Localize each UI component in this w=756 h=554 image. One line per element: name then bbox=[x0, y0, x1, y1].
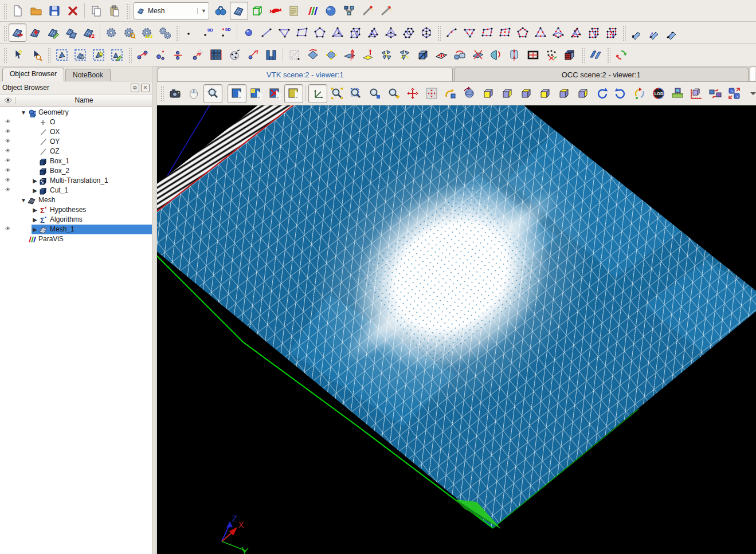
duplicate-nodes-button[interactable] bbox=[451, 46, 469, 64]
expander-closed-icon[interactable]: ▶ bbox=[32, 187, 38, 194]
add-quadratic-edge-button[interactable] bbox=[442, 23, 460, 42]
visibility-eye-icon[interactable] bbox=[0, 226, 15, 233]
rotate-anticlockwise-button[interactable] bbox=[611, 84, 630, 103]
symmetry-button[interactable]: ? bbox=[340, 46, 359, 64]
tab-vtk-viewer[interactable]: VTK scene:2 - viewer:1 bbox=[158, 68, 453, 81]
assign-0d-button[interactable]: 0D bbox=[217, 23, 234, 42]
view-presets-dropdown-button[interactable] bbox=[743, 84, 756, 103]
graduated-axes-button[interactable] bbox=[687, 84, 706, 103]
merge-elements-button[interactable] bbox=[152, 46, 170, 64]
mesh-module-button[interactable] bbox=[230, 2, 248, 20]
add-node-button[interactable] bbox=[240, 23, 257, 42]
tree-item-oy[interactable]: OY bbox=[0, 137, 152, 147]
tree-item-geometry[interactable]: ▼Geometry bbox=[0, 108, 152, 117]
save-document-button[interactable] bbox=[45, 2, 64, 20]
vtk-scene[interactable]: Z X Y bbox=[157, 105, 756, 554]
tree-item-box-2[interactable]: Box_2 bbox=[0, 166, 152, 176]
add-quadratic-tetrahedron-button[interactable] bbox=[531, 23, 549, 42]
measure-tool-button[interactable] bbox=[27, 46, 45, 64]
erase-selection-button[interactable] bbox=[265, 84, 284, 103]
view-presets-button[interactable] bbox=[724, 84, 743, 103]
wand-tool-2-button[interactable] bbox=[377, 2, 395, 20]
preselection-button[interactable] bbox=[203, 84, 222, 103]
clipping-planes-button[interactable] bbox=[586, 46, 605, 64]
toolbar-drag-handle[interactable] bbox=[47, 47, 51, 63]
adaptation-module-button[interactable] bbox=[267, 2, 285, 20]
split-node-button[interactable] bbox=[170, 46, 189, 64]
smoothing-button[interactable] bbox=[225, 46, 244, 64]
name-column-header[interactable]: Name bbox=[16, 96, 152, 104]
pattern-mapping-button[interactable] bbox=[207, 46, 225, 64]
bottom-view-button[interactable] bbox=[535, 84, 554, 103]
dump-view-button[interactable] bbox=[166, 84, 185, 103]
copy-button[interactable] bbox=[87, 2, 105, 20]
toolbar-drag-handle[interactable] bbox=[3, 25, 7, 41]
add-triquadratic-hexahedron-button[interactable] bbox=[602, 23, 620, 42]
union-of-triangles-button[interactable] bbox=[377, 46, 395, 64]
actor-selection-button[interactable] bbox=[284, 84, 303, 103]
sphere-module-button[interactable] bbox=[322, 2, 340, 20]
create-submesh-button[interactable] bbox=[26, 23, 44, 42]
scaling-button[interactable] bbox=[668, 84, 687, 103]
delete-free-nodes-button[interactable] bbox=[542, 46, 561, 64]
level-of-detail-button[interactable]: LOD bbox=[649, 84, 668, 103]
cut-mesh-by-plane-button[interactable] bbox=[469, 46, 487, 64]
update-view-button[interactable] bbox=[612, 46, 630, 64]
add-quadratic-triangle-button[interactable] bbox=[460, 23, 478, 42]
toolbar-drag-handle[interactable] bbox=[581, 47, 585, 63]
create-groups-from-geometry-button[interactable] bbox=[71, 46, 89, 64]
tree-item-box-1[interactable]: Box_1 bbox=[0, 156, 152, 166]
visibility-eye-icon[interactable] bbox=[0, 168, 15, 174]
geometry-module-button[interactable] bbox=[248, 2, 267, 20]
open-document-button[interactable] bbox=[27, 2, 45, 20]
toolbar-drag-handle[interactable] bbox=[3, 3, 7, 19]
visibility-eye-icon[interactable] bbox=[0, 158, 15, 164]
copy-mesh-button[interactable] bbox=[62, 23, 80, 42]
add-quadratic-hexahedron-button[interactable] bbox=[585, 23, 602, 42]
schema-module-button[interactable] bbox=[340, 2, 358, 20]
tab-object-browser[interactable]: Object Browser bbox=[2, 68, 64, 81]
edit-group-button[interactable] bbox=[108, 46, 126, 64]
right-view-button[interactable] bbox=[573, 84, 592, 103]
create-mesh-button[interactable] bbox=[9, 23, 26, 42]
add-quadratic-pyramid-button[interactable] bbox=[549, 23, 567, 42]
reset-view-button[interactable] bbox=[630, 84, 649, 103]
add-0d-on-nodes-button[interactable]: 0D bbox=[199, 23, 217, 42]
toolbar-drag-handle[interactable] bbox=[606, 47, 610, 63]
add-triangle-button[interactable] bbox=[275, 23, 293, 42]
add-pyramid-button[interactable] bbox=[382, 23, 399, 42]
close-panel-icon[interactable]: ✕ bbox=[141, 84, 150, 92]
add-quadratic-polygon-button[interactable] bbox=[514, 23, 531, 42]
synchronize-views-button[interactable] bbox=[706, 84, 724, 103]
remove-nodes-button[interactable] bbox=[628, 23, 645, 42]
tree-item-ox[interactable]: OX bbox=[0, 127, 152, 137]
visibility-eye-icon[interactable] bbox=[0, 139, 15, 145]
expander-closed-icon[interactable]: ▶ bbox=[32, 207, 38, 213]
build-compound-button[interactable]: x2 bbox=[80, 23, 97, 42]
visibility-eye-icon[interactable] bbox=[0, 148, 15, 155]
paravis-module-button[interactable] bbox=[303, 2, 322, 20]
split-into-hexahedra-button[interactable] bbox=[561, 46, 579, 64]
zoom-button[interactable] bbox=[384, 84, 403, 103]
new-document-button[interactable] bbox=[9, 2, 27, 20]
notebook-module-button[interactable] bbox=[285, 2, 303, 20]
construct-group-button[interactable] bbox=[89, 46, 108, 64]
tree-item-mesh[interactable]: ▼Mesh bbox=[0, 195, 152, 205]
cell-selection-button[interactable] bbox=[246, 84, 265, 103]
node-selection-button[interactable] bbox=[228, 84, 246, 103]
tab-notebook[interactable]: NoteBook bbox=[65, 69, 111, 81]
expander-open-icon[interactable]: ▼ bbox=[20, 109, 27, 116]
add-quadratic-pentahedron-button[interactable] bbox=[567, 23, 585, 42]
back-view-button[interactable] bbox=[498, 84, 516, 103]
hypotheses-set-button[interactable] bbox=[156, 23, 174, 42]
remove-elements-button[interactable] bbox=[645, 23, 663, 42]
convert-to-from-quadratic-button[interactable] bbox=[285, 46, 304, 64]
visibility-eye-icon[interactable] bbox=[0, 178, 15, 184]
rotate-clockwise-button[interactable] bbox=[592, 84, 611, 103]
add-edge-button[interactable] bbox=[257, 23, 275, 42]
toolbar-drag-handle[interactable] bbox=[3, 47, 7, 63]
panning-button[interactable] bbox=[403, 84, 422, 103]
add-polygon-button[interactable] bbox=[311, 23, 328, 42]
extrusion-button[interactable] bbox=[262, 46, 280, 64]
wand-tool-1-button[interactable] bbox=[358, 2, 377, 20]
